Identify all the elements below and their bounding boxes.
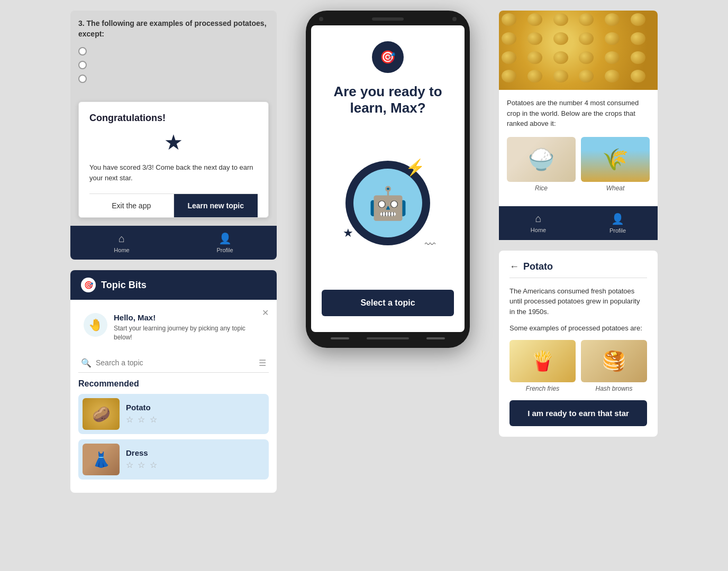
nav-profile-left[interactable]: 👤 Profile [216,232,233,253]
article-text-section: Potatoes are the number 4 most consumed … [499,90,658,206]
topic-bits-logo: 🎯 [81,278,96,292]
select-topic-button[interactable]: Select a topic [322,290,454,316]
star-icon: ★ [89,130,258,154]
potato-21 [553,70,568,82]
hello-card: 🤚 Hello, Max! Start your learning journe… [78,308,269,347]
congrats-text: You have scored 3/3! Come back the next … [89,162,258,183]
detail-header: ← Potato [509,261,647,278]
phone-screen: 🎯 Are you ready to learn, Max? 🤖 ⚡ ★ 〰 S… [311,25,465,332]
right-panel: Potatoes are the number 4 most consumed … [499,11,658,437]
nav-home-label: Home [114,247,129,253]
rice-label: Rice [507,185,576,192]
article-hero-image [499,11,658,90]
potato-24 [631,70,645,82]
potato-2 [527,13,542,26]
potato-10 [579,32,594,45]
potato-23 [605,70,620,82]
back-arrow-button[interactable]: ← [509,261,519,272]
detail-text-2: Some examples of processed potatoes are: [509,323,647,334]
app-icon: 🎯 [372,41,404,73]
earn-star-button[interactable]: I am ready to earn that star [509,400,647,426]
potato-6 [631,13,645,26]
nav-home-right-top[interactable]: ⌂ Home [531,213,546,233]
screen-top: 🎯 Are you ready to learn, Max? [322,41,454,127]
lightning-icon: ⚡ [405,158,425,177]
topic-card-dress[interactable]: Dress ☆ ☆ ☆ [78,439,269,480]
potato-13 [502,51,516,64]
wheat-label: Wheat [581,185,650,192]
potato-3 [553,13,568,26]
quiz-radio-2[interactable] [78,61,87,69]
potato-title: Potato [126,403,158,412]
topic-card-potato[interactable]: Potato ☆ ☆ ☆ [78,394,269,434]
wheat-image: 🌾 [581,137,650,182]
potato-18 [631,51,645,64]
dress-stars: ☆ ☆ ☆ [126,460,158,470]
hello-subtitle: Start your learning journey by picking a… [114,324,263,342]
filter-icon[interactable]: ☰ [259,358,266,368]
potato-9 [553,32,568,45]
potato-14 [527,51,542,64]
exit-button[interactable]: Exit the app [89,194,174,217]
congrats-buttons: Exit the app Learn new topic [89,194,258,217]
close-hello-button[interactable]: ✕ [262,308,269,318]
search-icon: 🔍 [81,358,92,368]
article-top: Potatoes are the number 4 most consumed … [499,11,658,206]
bottom-nav-left: ⌂ Home 👤 Profile [70,226,277,260]
topic-bits-header: 🎯 Topic Bits [70,270,277,300]
quiz-option-2 [78,61,269,69]
phone-mockup: 🎯 Are you ready to learn, Max? 🤖 ⚡ ★ 〰 S… [306,11,470,348]
hashbrown-label: Hash browns [581,385,647,392]
search-box[interactable]: 🔍 ☰ [78,354,269,373]
potato-22 [579,70,594,82]
potato-20 [527,70,542,82]
quiz-option-3 [78,75,269,83]
home-btn[interactable] [367,337,409,339]
congrats-wrapper: Congratulations! ★ You have scored 3/3! … [70,96,277,226]
potato-16 [579,51,594,64]
potato-15 [553,51,568,64]
recents-btn[interactable] [426,337,445,339]
potato-7 [502,32,516,45]
phone-bottom-bar [311,332,465,342]
search-input[interactable] [96,358,254,367]
crop-rice: 🍚 Rice [507,137,576,192]
quiz-question: 3. The following are examples of process… [78,19,269,39]
dress-title: Dress [126,448,158,457]
hello-avatar: 🤚 [84,313,107,337]
detail-text-1: The Americans consumed fresh potatoes un… [509,286,647,317]
nav-profile-right-top[interactable]: 👤 Profile [609,213,626,234]
quiz-radio-1[interactable] [78,47,87,56]
profile-icon: 👤 [219,232,232,245]
back-btn[interactable] [331,337,349,339]
quiz-radio-3[interactable] [78,75,87,83]
nav-home-left[interactable]: ⌂ Home [114,233,129,253]
app-icon-symbol: 🎯 [380,50,396,65]
topic-bits-title: Topic Bits [101,280,147,291]
hello-text: Hello, Max! Start your learning journey … [114,313,263,342]
congrats-overlay: Congratulations! ★ You have scored 3/3! … [78,102,269,218]
circle-inner: 🤖 [353,169,422,237]
hello-title: Hello, Max! [114,313,263,322]
nav-home-right-label: Home [531,227,546,233]
fries-label: French fries [509,385,576,392]
small-star-icon: ★ [343,226,353,240]
potato-8 [527,32,542,45]
nav-profile-right-label: Profile [609,227,626,234]
potato-19 [502,70,516,82]
hashbrown-image: 🥞 [581,340,647,382]
topic-bits-body: 🤚 Hello, Max! Start your learning journe… [70,300,277,493]
potato-12 [631,32,645,45]
home-icon: ⌂ [119,233,125,245]
processed-grid: 🍟 French fries 🥞 Hash browns [509,340,647,392]
learn-new-topic-button[interactable]: Learn new topic [174,194,258,217]
processed-fries: 🍟 French fries [509,340,576,392]
congrats-title: Congratulations! [89,113,258,124]
nav-profile-label: Profile [216,247,233,253]
rice-image: 🍚 [507,137,576,182]
potato-11 [605,32,620,45]
squiggle-icon: 〰 [425,238,435,251]
article-description: Potatoes are the number 4 most consumed … [507,98,650,129]
potato-detail-card: ← Potato The Americans consumed fresh po… [499,251,658,437]
illustration: 🤖 ⚡ ★ 〰 [340,155,435,251]
